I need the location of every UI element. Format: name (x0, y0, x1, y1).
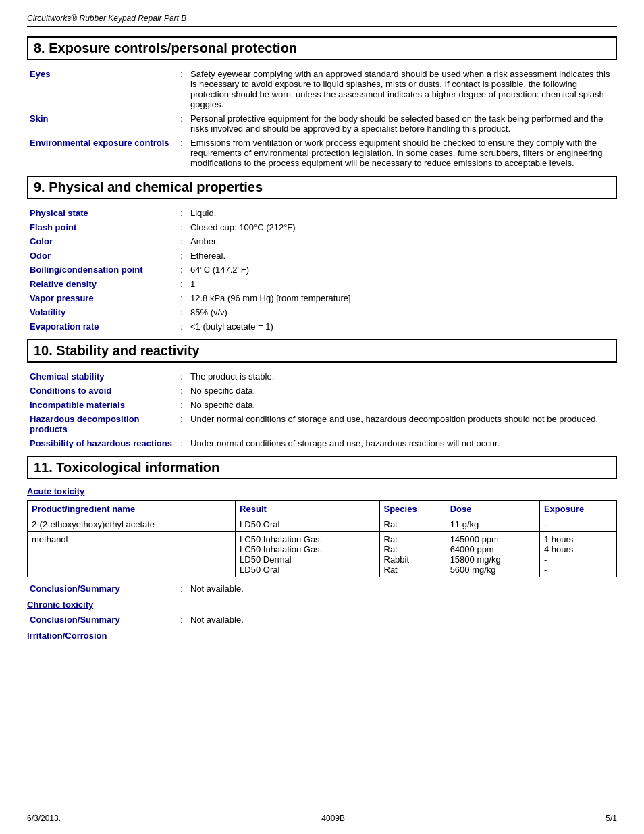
section10-table: Chemical stability : The product is stab… (27, 369, 617, 450)
table-row: Incompatible materials : No specific dat… (27, 398, 617, 412)
cell-result-1: LD50 Oral (236, 517, 379, 532)
table-row: Color : Amber. (27, 234, 617, 249)
prop-value-incompatible-materials: No specific data. (188, 398, 617, 412)
prop-label-vapor-pressure: Vapor pressure (27, 291, 176, 305)
col-header-dose: Dose (446, 501, 539, 517)
prop-value-conditions-avoid: No specific data. (188, 384, 617, 398)
prop-value-hazardous-decomp: Under normal conditions of storage and u… (188, 412, 617, 436)
prop-label-skin: Skin (27, 111, 176, 136)
table-row: Possibility of hazardous reactions : Und… (27, 436, 617, 450)
prop-label-evaporation-rate: Evaporation rate (27, 319, 176, 334)
section11-title: 11. Toxicological information (27, 456, 617, 479)
cell-result-2: LC50 Inhalation Gas. LC50 Inhalation Gas… (236, 532, 379, 577)
table-row: Volatility : 85% (v/v) (27, 305, 617, 319)
chronic-toxicity-link[interactable]: Chronic toxicity (27, 600, 93, 610)
prop-value-skin: Personal protective equipment for the bo… (188, 111, 617, 136)
prop-value-relative-density: 1 (188, 277, 617, 291)
cell-species-2: RatRatRabbitRat (379, 532, 446, 577)
prop-label-conditions-avoid: Conditions to avoid (27, 384, 176, 398)
table-row: Conclusion/Summary : Not available. (27, 581, 617, 596)
irritation-section: Irritation/Corrosion (27, 631, 617, 641)
table-row: Evaporation rate : <1 (butyl acetate = 1… (27, 319, 617, 334)
section8-table: Eyes : Safety eyewear complying with an … (27, 67, 617, 170)
prop-label-relative-density: Relative density (27, 277, 176, 291)
section9-title: 9. Physical and chemical properties (27, 176, 617, 199)
col-header-product: Product/ingredient name (28, 501, 236, 517)
section8-title: 8. Exposure controls/personal protection (27, 36, 617, 60)
conclusion-table: Conclusion/Summary : Not available. (27, 581, 617, 596)
page: Circuitworks® Rubber Keypad Repair Part … (0, 0, 644, 834)
table-row: methanol LC50 Inhalation Gas. LC50 Inhal… (28, 532, 617, 577)
prop-value-boiling-point: 64°C (147.2°F) (188, 263, 617, 277)
table-row: Flash point : Closed cup: 100°C (212°F) (27, 220, 617, 234)
prop-value-odor: Ethereal. (188, 249, 617, 263)
table-row: Relative density : 1 (27, 277, 617, 291)
cell-exposure-1: - (539, 517, 616, 532)
prop-label-physical-state: Physical state (27, 206, 176, 220)
prop-value-color: Amber. (188, 234, 617, 249)
prop-value-flash-point: Closed cup: 100°C (212°F) (188, 220, 617, 234)
table-row: Boiling/condensation point : 64°C (147.2… (27, 263, 617, 277)
prop-value-evaporation-rate: <1 (butyl acetate = 1) (188, 319, 617, 334)
prop-label-chronic-conclusion: Conclusion/Summary (27, 613, 176, 627)
table-row: Vapor pressure : 12.8 kPa (96 mm Hg) [ro… (27, 291, 617, 305)
prop-label-chemical-stability: Chemical stability (27, 369, 176, 384)
footer-right: 5/1 (606, 814, 617, 823)
table-row: Hazardous decomposition products : Under… (27, 412, 617, 436)
chronic-toxicity-section: Chronic toxicity (27, 600, 617, 610)
cell-exposure-2: 1 hours4 hours-- (539, 532, 616, 577)
cell-product-2: methanol (28, 532, 236, 577)
section10-title: 10. Stability and reactivity (27, 339, 617, 363)
table-row: Physical state : Liquid. (27, 206, 617, 220)
prop-label-incompatible-materials: Incompatible materials (27, 398, 176, 412)
prop-value-env: Emissions from ventilation or work proce… (188, 136, 617, 170)
col-header-species: Species (379, 501, 446, 517)
table-row: Conclusion/Summary : Not available. (27, 613, 617, 627)
prop-value-eyes: Safety eyewear complying with an approve… (188, 67, 617, 111)
prop-value-chemical-stability: The product is stable. (188, 369, 617, 384)
table-row: Environmental exposure controls : Emissi… (27, 136, 617, 170)
prop-label-env: Environmental exposure controls (27, 136, 176, 170)
cell-dose-2: 145000 ppm64000 ppm15800 mg/kg5600 mg/kg (446, 532, 539, 577)
acute-toxicity-section: Acute toxicity (27, 486, 617, 496)
table-row: 2-(2-ethoxyethoxy)ethyl acetate LD50 Ora… (28, 517, 617, 532)
prop-label-possibility-hazardous: Possibility of hazardous reactions (27, 436, 176, 450)
cell-product-1: 2-(2-ethoxyethoxy)ethyl acetate (28, 517, 236, 532)
cell-dose-1: 11 g/kg (446, 517, 539, 532)
cell-species-1: Rat (379, 517, 446, 532)
page-footer: 6/3/2013. 4009B 5/1 (0, 814, 644, 823)
prop-label-hazardous-decomp: Hazardous decomposition products (27, 412, 176, 436)
footer-left: 6/3/2013. (27, 814, 61, 823)
prop-value-conclusion: Not available. (188, 581, 617, 596)
prop-label-flash-point: Flash point (27, 220, 176, 234)
chronic-conclusion-table: Conclusion/Summary : Not available. (27, 613, 617, 627)
prop-value-chronic-conclusion: Not available. (188, 613, 617, 627)
prop-label-eyes: Eyes (27, 67, 176, 111)
prop-value-physical-state: Liquid. (188, 206, 617, 220)
prop-label-conclusion: Conclusion/Summary (27, 581, 176, 596)
toxicity-table: Product/ingredient name Result Species D… (27, 500, 617, 577)
table-row: Conditions to avoid : No specific data. (27, 384, 617, 398)
doc-header: Circuitworks® Rubber Keypad Repair Part … (27, 14, 617, 27)
doc-header-text: Circuitworks® Rubber Keypad Repair Part … (27, 14, 186, 23)
prop-label-volatility: Volatility (27, 305, 176, 319)
col-header-result: Result (236, 501, 379, 517)
acute-toxicity-link[interactable]: Acute toxicity (27, 486, 84, 496)
table-row: Odor : Ethereal. (27, 249, 617, 263)
prop-value-volatility: 85% (v/v) (188, 305, 617, 319)
section9-table: Physical state : Liquid. Flash point : C… (27, 206, 617, 334)
table-row: Skin : Personal protective equipment for… (27, 111, 617, 136)
prop-value-vapor-pressure: 12.8 kPa (96 mm Hg) [room temperature] (188, 291, 617, 305)
table-row: Chemical stability : The product is stab… (27, 369, 617, 384)
irritation-link[interactable]: Irritation/Corrosion (27, 631, 107, 641)
prop-label-color: Color (27, 234, 176, 249)
footer-center: 4009B (321, 814, 345, 823)
prop-value-possibility-hazardous: Under normal conditions of storage and u… (188, 436, 617, 450)
toxicity-table-header-row: Product/ingredient name Result Species D… (28, 501, 617, 517)
prop-label-odor: Odor (27, 249, 176, 263)
prop-label-boiling-point: Boiling/condensation point (27, 263, 176, 277)
col-header-exposure: Exposure (539, 501, 616, 517)
table-row: Eyes : Safety eyewear complying with an … (27, 67, 617, 111)
